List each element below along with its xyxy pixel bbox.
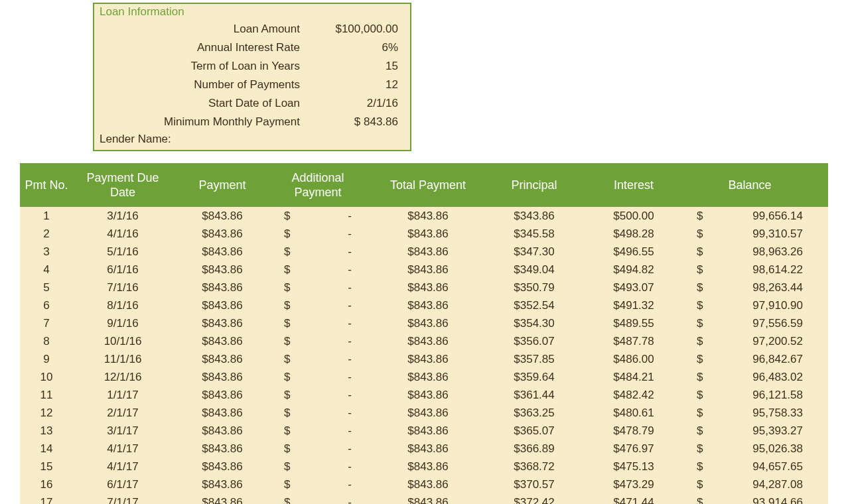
cell-balance-value: 97,910.90: [703, 296, 803, 314]
cell-balance: $95,758.33: [683, 404, 816, 422]
cell-due-date: 2/1/17: [73, 404, 173, 422]
table-row: 68/1/16$843.86$-$843.86$352.54$491.32$97…: [20, 296, 828, 314]
col-header-balance: Balance: [683, 174, 816, 197]
table-row: 24/1/16$843.86$-$843.86$345.58$498.28$99…: [20, 225, 828, 243]
cell-additional-symbol: $: [284, 440, 290, 458]
cell-interest: $473.29: [584, 475, 683, 493]
cell-principal: $370.57: [484, 475, 584, 493]
cell-balance: $96,121.58: [683, 386, 816, 404]
cell-pmt-no: 14: [20, 440, 73, 458]
cell-due-date: 6/1/17: [73, 475, 173, 493]
table-body: 13/1/16$843.86$-$843.86$343.86$500.00$99…: [20, 207, 828, 504]
cell-balance: $96,483.02: [683, 368, 816, 386]
cell-additional-value: -: [290, 314, 352, 332]
cell-due-date: 4/1/17: [73, 458, 173, 475]
cell-pmt-no: 2: [20, 225, 73, 243]
loan-info-label: Loan Amount: [104, 20, 308, 38]
cell-payment: $843.86: [173, 493, 272, 504]
cell-balance-symbol: $: [697, 493, 703, 504]
cell-additional-value: -: [290, 493, 352, 504]
table-row: 133/1/17$843.86$-$843.86$365.07$478.79$9…: [20, 422, 828, 440]
cell-additional-symbol: $: [284, 261, 290, 279]
table-row: 79/1/16$843.86$-$843.86$354.30$489.55$97…: [20, 314, 828, 332]
cell-pmt-no: 16: [20, 475, 73, 493]
cell-balance: $94,287.08: [683, 475, 816, 493]
cell-additional-symbol: $: [284, 422, 290, 440]
cell-payment: $843.86: [173, 422, 272, 440]
cell-payment: $843.86: [173, 279, 272, 296]
cell-pmt-no: 5: [20, 279, 73, 296]
cell-balance-symbol: $: [697, 261, 703, 279]
cell-additional-value: -: [290, 350, 352, 368]
cell-principal: $372.42: [484, 493, 584, 504]
cell-interest: $487.78: [584, 332, 683, 350]
cell-balance: $98,963.26: [683, 243, 816, 261]
cell-additional: $-: [272, 225, 372, 243]
cell-due-date: 3/1/17: [73, 422, 173, 440]
table-row: 1012/1/16$843.86$-$843.86$359.64$484.21$…: [20, 368, 828, 386]
cell-balance: $99,656.14: [683, 207, 816, 225]
cell-additional-value: -: [290, 207, 352, 225]
cell-total: $843.86: [372, 475, 484, 493]
cell-balance-value: 98,263.44: [703, 279, 803, 296]
loan-info-value: 15: [308, 57, 401, 76]
cell-total: $843.86: [372, 314, 484, 332]
cell-additional-value: -: [290, 404, 352, 422]
cell-balance-symbol: $: [697, 279, 703, 296]
cell-additional: $-: [272, 493, 372, 504]
cell-balance-symbol: $: [697, 225, 703, 243]
cell-principal: $363.25: [484, 404, 584, 422]
cell-interest: $471.44: [584, 493, 683, 504]
cell-balance-symbol: $: [697, 386, 703, 404]
cell-pmt-no: 7: [20, 314, 73, 332]
cell-additional-symbol: $: [284, 296, 290, 314]
table-row: 13/1/16$843.86$-$843.86$343.86$500.00$99…: [20, 207, 828, 225]
cell-additional: $-: [272, 296, 372, 314]
cell-balance-symbol: $: [697, 332, 703, 350]
cell-payment: $843.86: [173, 243, 272, 261]
cell-additional-symbol: $: [284, 207, 290, 225]
loan-info-value: 2/1/16: [308, 94, 401, 113]
cell-interest: $496.55: [584, 243, 683, 261]
cell-additional-value: -: [290, 386, 352, 404]
cell-pmt-no: 9: [20, 350, 73, 368]
loan-info-label: Annual Interest Rate: [104, 38, 308, 57]
cell-due-date: 10/1/16: [73, 332, 173, 350]
cell-balance: $97,556.59: [683, 314, 816, 332]
cell-principal: $361.44: [484, 386, 584, 404]
cell-payment: $843.86: [173, 207, 272, 225]
cell-balance: $96,842.67: [683, 350, 816, 368]
cell-additional: $-: [272, 475, 372, 493]
amortization-schedule: Pmt No. Payment Due Date Payment Additio…: [20, 163, 828, 504]
cell-additional-value: -: [290, 458, 352, 475]
loan-info-label: Term of Loan in Years: [104, 57, 308, 76]
cell-pmt-no: 13: [20, 422, 73, 440]
cell-principal: $357.85: [484, 350, 584, 368]
cell-pmt-no: 3: [20, 243, 73, 261]
cell-balance-value: 95,393.27: [703, 422, 803, 440]
cell-balance: $95,026.38: [683, 440, 816, 458]
cell-additional-value: -: [290, 243, 352, 261]
table-row: 144/1/17$843.86$-$843.86$366.89$476.97$9…: [20, 440, 828, 458]
cell-interest: $476.97: [584, 440, 683, 458]
cell-total: $843.86: [372, 368, 484, 386]
loan-info-label: Start Date of Loan: [104, 94, 308, 113]
cell-interest: $486.00: [584, 350, 683, 368]
loan-info-title: Loan Information: [94, 4, 410, 20]
cell-interest: $482.42: [584, 386, 683, 404]
cell-additional-value: -: [290, 332, 352, 350]
cell-balance-symbol: $: [697, 243, 703, 261]
table-row: 166/1/17$843.86$-$843.86$370.57$473.29$9…: [20, 475, 828, 493]
cell-interest: $498.28: [584, 225, 683, 243]
cell-balance-value: 95,758.33: [703, 404, 803, 422]
cell-payment: $843.86: [173, 314, 272, 332]
cell-additional: $-: [272, 350, 372, 368]
cell-balance-value: 98,614.22: [703, 261, 803, 279]
cell-total: $843.86: [372, 422, 484, 440]
cell-total: $843.86: [372, 458, 484, 475]
loan-info-row: Number of Payments12: [94, 76, 410, 94]
cell-additional: $-: [272, 404, 372, 422]
cell-payment: $843.86: [173, 350, 272, 368]
loan-info-row: Term of Loan in Years15: [94, 57, 410, 76]
cell-balance-value: 98,963.26: [703, 243, 803, 261]
